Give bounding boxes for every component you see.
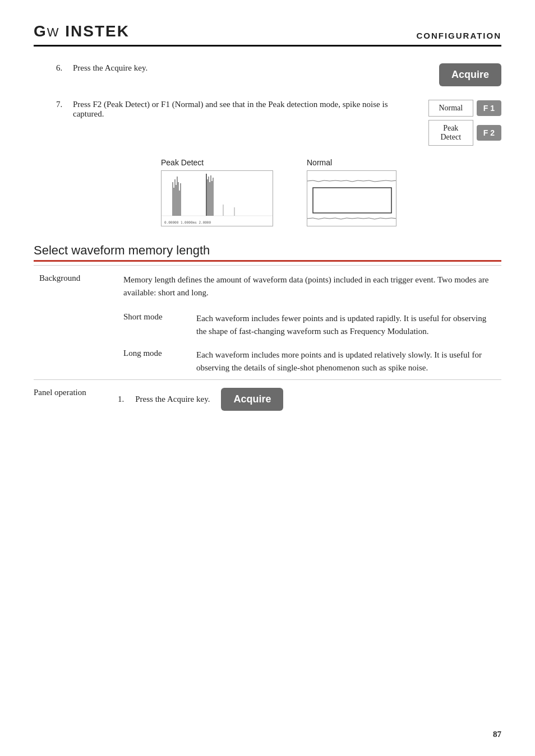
- f2-key[interactable]: F 2: [477, 125, 501, 141]
- short-mode-row: Short mode Each waveform includes fewer …: [34, 307, 501, 343]
- step-6-row: 6. Press the Acquire key. Acquire: [34, 63, 501, 86]
- logo: GW INSTEK: [34, 22, 130, 40]
- f2-row: Peak Detect F 2: [428, 120, 501, 146]
- page-number: 87: [493, 730, 501, 739]
- short-mode-label: Short mode: [118, 307, 191, 343]
- page: GW INSTEK CONFIGURATION 6. Press the Acq…: [0, 0, 535, 756]
- normal-svg: [307, 170, 396, 226]
- section-label: CONFIGURATION: [416, 31, 501, 40]
- content-table: Background Memory length defines the amo…: [34, 265, 501, 380]
- step-7-text: Press F2 (Peak Detect) or F1 (Normal) an…: [73, 100, 428, 119]
- background-row: Background Memory length defines the amo…: [34, 266, 501, 307]
- logo-text: GW INSTEK: [34, 22, 130, 40]
- long-mode-description: Each waveform includes more points and i…: [191, 343, 501, 380]
- f1-label[interactable]: Normal: [428, 100, 473, 117]
- step-6-text: Press the Acquire key.: [73, 63, 439, 73]
- waveform-section: Peak Detect: [56, 158, 501, 226]
- peak-detect-label: Peak Detect: [161, 158, 204, 167]
- svg-text:0.00000 1.0000ms 2.0000: 0.00000 1.0000ms 2.0000: [164, 220, 211, 224]
- short-mode-description: Each waveform includes fewer points and …: [191, 307, 501, 343]
- long-mode-row: Long mode Each waveform includes more po…: [34, 343, 501, 380]
- step-6-number: 6.: [56, 63, 73, 73]
- f-buttons-group: Normal F 1 Peak Detect F 2: [428, 100, 501, 149]
- peak-detect-diagram: Peak Detect: [161, 158, 273, 226]
- f1-row: Normal F 1: [428, 100, 501, 117]
- background-label: Background: [34, 266, 118, 307]
- background-description: Memory length defines the amount of wave…: [118, 266, 501, 307]
- step-7-number: 7.: [56, 100, 73, 109]
- panel-operation-row: Panel operation 1. Press the Acquire key…: [34, 380, 501, 419]
- normal-diagram: Normal: [307, 158, 396, 226]
- peak-detect-svg: 0.00000 1.0000ms 2.0000: [161, 170, 273, 226]
- panel-operation-content: 1. Press the Acquire key. Acquire: [118, 388, 501, 411]
- normal-label: Normal: [307, 158, 332, 167]
- acquire-button-1[interactable]: Acquire: [439, 63, 501, 86]
- section-divider: [34, 260, 501, 262]
- f1-key[interactable]: F 1: [477, 100, 501, 116]
- section-title: Select waveform memory length: [34, 243, 501, 258]
- step-7-row: 7. Press F2 (Peak Detect) or F1 (Normal)…: [34, 100, 501, 149]
- panel-step-number: 1.: [118, 395, 124, 404]
- long-mode-label: Long mode: [118, 343, 191, 380]
- f2-label: Peak Detect: [428, 120, 473, 146]
- acquire-button-2[interactable]: Acquire: [221, 388, 283, 411]
- section-title-block: Select waveform memory length: [34, 243, 501, 265]
- panel-step-text: Press the Acquire key.: [135, 395, 210, 404]
- page-header: GW INSTEK CONFIGURATION: [34, 22, 501, 47]
- panel-operation-label: Panel operation: [34, 388, 118, 397]
